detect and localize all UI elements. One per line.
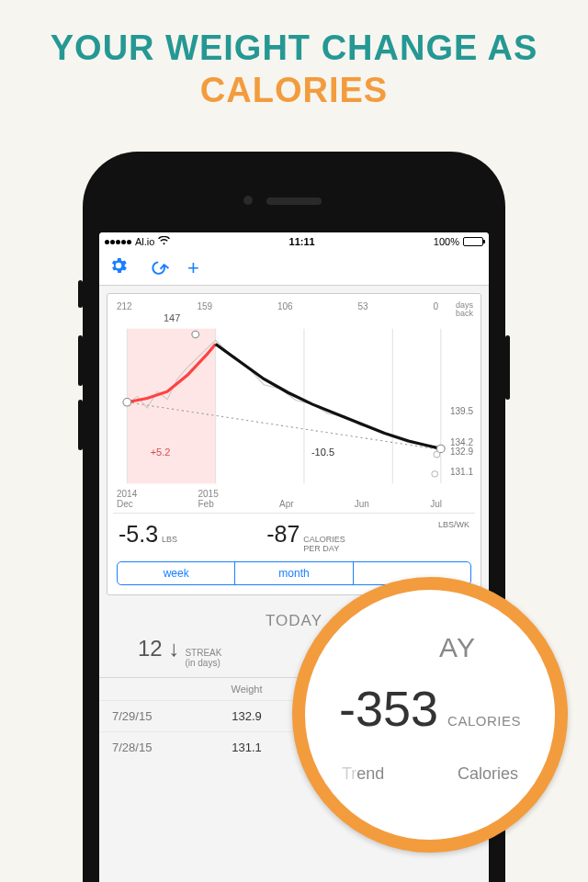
carrier-label: Al.io — [135, 236, 154, 247]
svg-point-11 — [432, 471, 438, 477]
toolbar: ↻ + — [99, 251, 489, 286]
battery-icon — [463, 237, 483, 246]
headline-line2: CALORIES — [18, 70, 570, 112]
stat-calories: -87 CALORIESPER DAY — [266, 521, 345, 554]
y-tick: 132.9 — [450, 447, 473, 457]
add-button[interactable]: + — [187, 256, 199, 280]
lens-calories-value: -353 — [339, 680, 438, 737]
stats-row: -5.3 LBS -87 CALORIESPER DAY LBS/WK — [113, 513, 475, 560]
bottom-axis-ticks: 2014Dec 2015Feb Apr Jun Jul — [117, 489, 442, 509]
clock: 11:11 — [289, 236, 315, 247]
weight-chart[interactable]: 212 159 106 53 0 daysback 147 — [113, 300, 475, 513]
signal-dots-icon — [105, 240, 131, 244]
lens-fragment-top: AY — [360, 632, 555, 663]
svg-point-8 — [192, 331, 199, 337]
status-bar: Al.io 11:11 100% — [99, 232, 489, 251]
seg-week[interactable]: week — [118, 562, 235, 584]
peak-label: 147 — [164, 312, 180, 323]
delta-labels: +5.2 -10.5 — [117, 447, 442, 458]
lens-col-calories: Calories — [458, 764, 518, 784]
wifi-icon — [158, 236, 170, 247]
lens-calories-unit: CALORIES — [447, 713, 521, 729]
promo-headline: YOUR WEIGHT CHANGE AS CALORIES — [0, 0, 588, 120]
refresh-button[interactable]: ↻ — [142, 252, 173, 283]
settings-button[interactable] — [108, 255, 129, 281]
chart-card: 212 159 106 53 0 daysback 147 — [107, 293, 481, 595]
magnifier-lens: AY -353 CALORIES Trend Calories — [292, 577, 568, 853]
seg-month[interactable]: month — [235, 562, 353, 584]
stat-lbs: -5.3 LBS — [119, 521, 177, 554]
stat-rate: LBS/WK — [435, 521, 469, 554]
y-tick: 131.1 — [450, 467, 473, 477]
top-axis-ticks: 212 159 106 53 0 daysback — [113, 301, 442, 311]
svg-rect-0 — [127, 329, 215, 484]
y-tick: 139.5 — [450, 406, 473, 416]
arrow-down-icon — [168, 636, 179, 661]
svg-point-7 — [123, 399, 131, 406]
lens-trend-frag: Trend — [342, 764, 384, 784]
battery-pct: 100% — [434, 236, 459, 247]
headline-line1: YOUR WEIGHT CHANGE AS — [18, 28, 570, 70]
